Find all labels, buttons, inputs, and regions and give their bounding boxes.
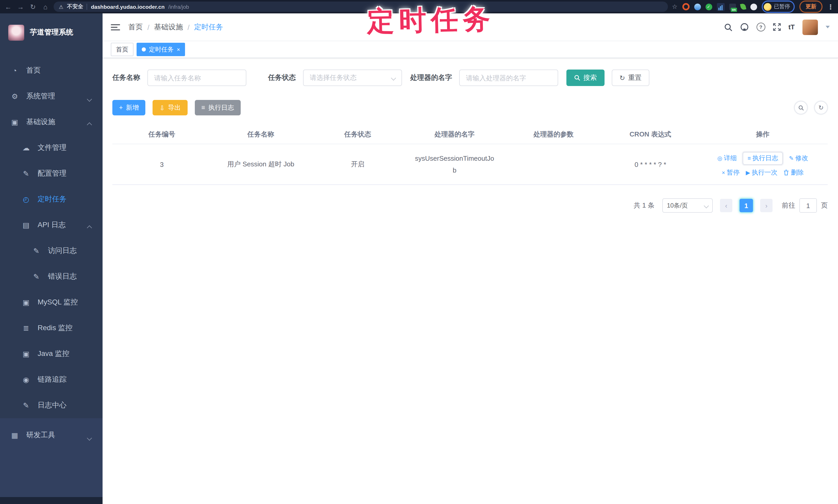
sidebar-item-mysql-monitor[interactable]: ▣ MySQL 监控 bbox=[0, 289, 103, 315]
sidebar-item-log-center[interactable]: ✎ 日志中心 bbox=[0, 393, 103, 418]
extension-blue-drop-icon[interactable] bbox=[694, 3, 701, 10]
fullscreen-icon[interactable] bbox=[773, 23, 781, 31]
sidebar-item-config-manage[interactable]: ✎ 配置管理 bbox=[0, 161, 103, 186]
sidebar-item-label: MySQL 监控 bbox=[38, 298, 78, 307]
top-navbar: 首页 / 基础设施 / 定时任务 ? bbox=[103, 13, 838, 41]
tag-home[interactable]: 首页 bbox=[111, 43, 134, 56]
bookmark-star-icon[interactable]: ☆ bbox=[672, 3, 678, 10]
sidebar-collapse-icon[interactable] bbox=[111, 24, 120, 30]
col-job-id: 任务编号 bbox=[112, 130, 211, 139]
sidebar-item-error-log[interactable]: ✎ 错误日志 bbox=[0, 264, 103, 289]
sidebar-item-home[interactable]: ◔ 首页 bbox=[0, 58, 103, 84]
extension-green-check-icon[interactable]: ✓ bbox=[705, 3, 712, 10]
toggle-search-icon bbox=[798, 105, 804, 110]
sidebar-item-infra[interactable]: ▣ 基础设施 bbox=[0, 109, 103, 135]
extension-chart-icon[interactable] bbox=[717, 3, 724, 11]
layers-icon: ≣ bbox=[22, 324, 30, 332]
page-1-button[interactable]: 1 bbox=[739, 199, 753, 212]
profile-paused-badge[interactable]: 已暂停 bbox=[762, 1, 795, 13]
goto-label: 前往 bbox=[782, 201, 795, 210]
tag-label: 定时任务 bbox=[149, 45, 174, 54]
add-button[interactable]: + 新增 bbox=[112, 100, 145, 115]
extension-leaf-icon[interactable] bbox=[740, 3, 746, 10]
search-button[interactable]: 搜索 bbox=[566, 70, 605, 86]
tags-view-bar: 首页 定时任务 × bbox=[103, 41, 838, 58]
job-name-input[interactable] bbox=[147, 70, 246, 86]
next-page-button[interactable]: › bbox=[760, 199, 772, 212]
reset-button[interactable]: ↻ 重置 bbox=[612, 70, 649, 86]
row-job-log-link[interactable]: ≡执行日志 bbox=[743, 152, 783, 165]
list-icon: ≡ bbox=[748, 155, 751, 161]
avatar-caret-down-icon[interactable] bbox=[826, 26, 830, 28]
col-cron: CRON 表达式 bbox=[603, 130, 698, 139]
breadcrumb-home[interactable]: 首页 bbox=[128, 22, 143, 32]
browser-home-icon[interactable]: ⌂ bbox=[41, 3, 50, 10]
edit-link[interactable]: ✎修改 bbox=[789, 154, 808, 162]
monitor-icon: ▣ bbox=[22, 298, 30, 306]
sidebar-item-label: 文件管理 bbox=[38, 143, 67, 152]
pagination: 共 1 条 10条/页 ‹ 1 › 前往 页 bbox=[112, 198, 828, 213]
sidebar-item-file-manage[interactable]: ☁ 文件管理 bbox=[0, 135, 103, 161]
detail-link[interactable]: ◎详细 bbox=[717, 154, 737, 162]
sidebar-item-redis-monitor[interactable]: ≣ Redis 监控 bbox=[0, 315, 103, 341]
search-icon[interactable] bbox=[724, 23, 732, 31]
chevron-down-icon bbox=[87, 435, 92, 440]
goto-page-input[interactable] bbox=[799, 198, 817, 213]
sidebar-item-label: 日志中心 bbox=[38, 401, 67, 410]
tag-close-icon[interactable]: × bbox=[177, 47, 180, 52]
sidebar-item-label: API 日志 bbox=[38, 220, 66, 230]
reset-refresh-icon: ↻ bbox=[619, 74, 625, 82]
page-size-select[interactable]: 10条/页 bbox=[662, 198, 713, 213]
breadcrumb-infra[interactable]: 基础设施 bbox=[154, 22, 183, 32]
tag-scheduled-jobs[interactable]: 定时任务 × bbox=[137, 43, 185, 56]
github-icon[interactable] bbox=[740, 23, 749, 32]
sidebar-item-label: Redis 监控 bbox=[38, 323, 72, 333]
job-status-select[interactable]: 请选择任务状态 bbox=[303, 70, 402, 86]
cloud-upload-icon: ☁ bbox=[22, 144, 30, 152]
sidebar-item-java-monitor[interactable]: ▣ Java 监控 bbox=[0, 341, 103, 367]
export-button[interactable]: ⇩ 导出 bbox=[153, 100, 188, 115]
col-job-name: 任务名称 bbox=[211, 130, 310, 139]
table-row: 3 用户 Session 超时 Job 开启 sysUserSessionTim… bbox=[112, 144, 828, 185]
browser-back-icon[interactable]: ← bbox=[4, 3, 12, 10]
pause-link[interactable]: ×暂停 bbox=[722, 168, 739, 177]
browser-reload-icon[interactable]: ↻ bbox=[29, 3, 37, 10]
refresh-table-button[interactable]: ↻ bbox=[814, 101, 828, 114]
sidebar-menu: ◔ 首页 ⚙ 系统管理 ▣ 基础设施 ☁ 文件管理 bbox=[0, 58, 103, 418]
address-bar[interactable]: ⚠ 不安全 dashboard.yudao.iocoder.cn /infra/… bbox=[54, 2, 668, 12]
sidebar-item-scheduled-jobs[interactable]: ◴ 定时任务 bbox=[0, 186, 103, 212]
address-divider bbox=[87, 4, 87, 10]
browser-menu-kebab-icon[interactable]: ⋮ bbox=[827, 3, 834, 11]
sidebar-item-tracing[interactable]: ◉ 链路追踪 bbox=[0, 367, 103, 393]
sidebar-item-label: 错误日志 bbox=[48, 272, 77, 281]
table-header-row: 任务编号 任务名称 任务状态 处理器的名字 处理器的参数 CRON 表达式 操作 bbox=[112, 125, 828, 144]
font-size-icon[interactable]: tT bbox=[788, 23, 795, 31]
handler-name-input[interactable] bbox=[459, 70, 558, 86]
sidebar-item-label: 基础设施 bbox=[26, 118, 55, 127]
browser-update-button[interactable]: 更新 bbox=[799, 1, 823, 13]
user-avatar[interactable] bbox=[802, 19, 818, 35]
app-logo[interactable]: 芋道管理系统 bbox=[0, 13, 103, 50]
sidebar-item-api-log[interactable]: ▤ API 日志 bbox=[0, 212, 103, 238]
job-log-button[interactable]: ≡ 执行日志 bbox=[195, 100, 241, 115]
extension-orange-ring-icon[interactable] bbox=[682, 3, 689, 10]
cell-cron: 0 * * * * ? * bbox=[603, 160, 698, 168]
extension-on-badge-icon[interactable]: on bbox=[729, 3, 736, 10]
delete-link[interactable]: 删除 bbox=[784, 168, 804, 177]
job-status-label: 任务状态 bbox=[268, 73, 296, 83]
toggle-search-button[interactable] bbox=[794, 101, 808, 114]
run-once-link[interactable]: ▶执行一次 bbox=[746, 168, 778, 177]
help-icon[interactable]: ? bbox=[756, 23, 765, 32]
app-title: 芋道管理系统 bbox=[30, 28, 73, 37]
sidebar-item-system[interactable]: ⚙ 系统管理 bbox=[0, 84, 103, 109]
prev-page-button[interactable]: ‹ bbox=[720, 199, 732, 212]
breadcrumb: 首页 / 基础设施 / 定时任务 bbox=[128, 22, 223, 32]
active-tag-dot bbox=[142, 48, 146, 52]
sidebar-item-access-log[interactable]: ✎ 访问日志 bbox=[0, 238, 103, 264]
not-secure-warning-icon: ⚠ bbox=[59, 4, 64, 10]
browser-forward-icon[interactable]: → bbox=[17, 3, 25, 10]
paused-label: 已暂停 bbox=[774, 3, 790, 10]
sidebar-item-label: 访问日志 bbox=[48, 246, 77, 255]
extensions-puzzle-icon[interactable] bbox=[750, 3, 757, 10]
sidebar-item-dev-tools[interactable]: ▦ 研发工具 bbox=[0, 422, 103, 448]
